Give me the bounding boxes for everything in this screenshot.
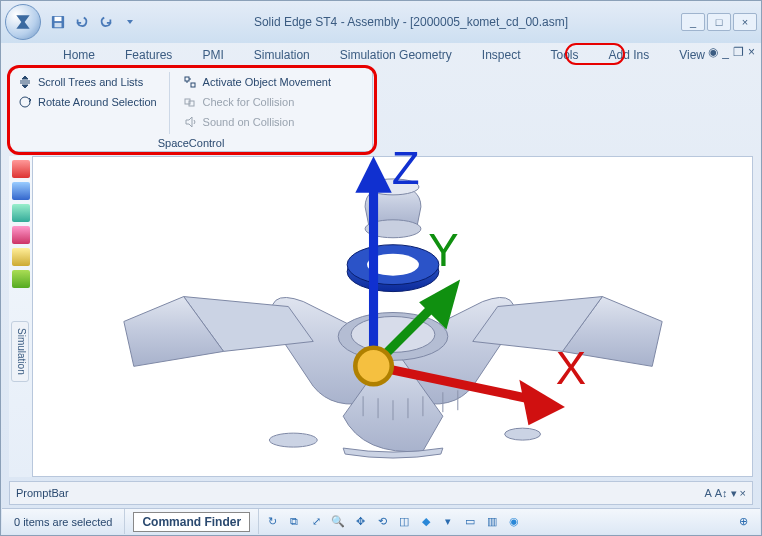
font-format-icon[interactable]: A [704,487,711,500]
simulation-panel-tab[interactable]: Simulation [11,321,29,382]
look-at-icon[interactable]: ◫ [395,513,413,531]
zoom-icon[interactable]: 🔍 [329,513,347,531]
scroll-trees-button[interactable]: Scroll Trees and Lists [16,72,159,92]
maximize-button[interactable]: □ [707,13,731,31]
axis-triad: Z X Y [92,129,762,448]
mdi-minimize-icon[interactable]: _ [722,45,729,59]
tabs-right-controls: ◉ _ ❐ × [708,45,755,59]
rotate-view-icon[interactable]: ⟲ [373,513,391,531]
app-menu-button[interactable] [5,4,41,40]
tab-add-ins[interactable]: Add Ins [603,45,656,65]
undo-button[interactable] [71,11,93,33]
check-collision-label: Check for Collision [203,96,295,108]
main-area: Simulation [9,156,753,477]
font-size-icon[interactable]: A↕ [715,487,728,500]
app-window: Solid Edge ST4 - Assembly - [2000005_kom… [0,0,762,536]
zoom-slider-icon[interactable]: ⊕ [734,513,752,531]
svg-rect-4 [185,77,189,81]
tool-4[interactable] [12,226,30,244]
axis-y-label: Y [428,225,458,276]
refresh-icon[interactable]: ↻ [263,513,281,531]
tool-5[interactable] [12,248,30,266]
prompt-bar: PromptBar A A↕ ▾ × [9,481,753,505]
check-collision-button: Check for Collision [181,92,333,112]
ribbon-separator [169,72,170,134]
status-view-controls: ↻ ⧉ ⤢ 🔍 ✥ ⟲ ◫ ◆ ▾ ▭ ▥ ◉ [263,513,523,531]
minimize-button[interactable]: _ [681,13,705,31]
left-toolbar: Simulation [9,156,33,477]
status-bar: 0 items are selected Command Finder ↻ ⧉ … [2,508,760,534]
tool-1[interactable] [12,160,30,178]
zoom-fit-icon[interactable]: ⤢ [307,513,325,531]
3d-viewport[interactable]: Z X Y [34,157,752,476]
scroll-icon [18,75,32,89]
svg-point-3 [20,97,30,107]
move-icon [183,75,197,89]
activate-object-button[interactable]: Activate Object Movement [181,72,333,92]
qat-dropdown[interactable] [119,11,141,33]
tool-3[interactable] [12,204,30,222]
titlebar: Solid Edge ST4 - Assembly - [2000005_kom… [1,1,761,43]
view-style-icon[interactable]: ◆ [417,513,435,531]
tool-2[interactable] [12,182,30,200]
svg-rect-1 [55,17,62,21]
close-button[interactable]: × [733,13,757,31]
quick-access-toolbar [47,11,141,33]
axis-x-label: X [556,343,586,394]
tab-pmi[interactable]: PMI [196,45,229,65]
tab-inspect[interactable]: Inspect [476,45,527,65]
tab-view[interactable]: View [673,45,711,65]
svg-rect-2 [55,23,62,27]
sound-collision-label: Sound on Collision [203,116,295,128]
tab-home[interactable]: Home [57,45,101,65]
help-icon[interactable]: ◉ [708,45,718,59]
tool-6[interactable] [12,270,30,288]
rotate-around-button[interactable]: Rotate Around Selection [16,92,159,112]
sound-icon [183,115,197,129]
axis-z-label: Z [392,143,420,194]
tab-simulation[interactable]: Simulation [248,45,316,65]
rotate-icon [18,95,32,109]
svg-rect-5 [191,83,195,87]
promptbar-controls: A A↕ ▾ × [704,487,746,500]
tab-tools[interactable]: Tools [545,45,585,65]
mdi-restore-icon[interactable]: ❐ [733,45,744,59]
redo-button[interactable] [95,11,117,33]
named-views-icon[interactable]: ▥ [483,513,501,531]
promptbar-label: PromptBar [16,487,69,499]
save-button[interactable] [47,11,69,33]
svg-point-27 [355,348,391,384]
scroll-trees-label: Scroll Trees and Lists [38,76,143,88]
activate-object-label: Activate Object Movement [203,76,331,88]
pan-icon[interactable]: ✥ [351,513,369,531]
window-title: Solid Edge ST4 - Assembly - [2000005_kom… [141,15,681,29]
rotate-around-label: Rotate Around Selection [38,96,157,108]
shadow-icon[interactable]: ◉ [505,513,523,531]
mdi-close-icon[interactable]: × [748,45,755,59]
zoom-area-icon[interactable]: ⧉ [285,513,303,531]
tab-features[interactable]: Features [119,45,178,65]
collision-icon [183,95,197,109]
promptbar-dropdown-icon[interactable]: ▾ [731,487,737,500]
promptbar-close-icon[interactable]: × [740,487,746,500]
view-dropdown-icon[interactable]: ▾ [439,513,457,531]
ribbon-tabs: Home Features PMI Simulation Simulation … [1,43,761,67]
sketch-view-icon[interactable]: ▭ [461,513,479,531]
window-controls: _ □ × [681,13,757,31]
selection-status: 0 items are selected [2,509,125,534]
tab-simulation-geometry[interactable]: Simulation Geometry [334,45,458,65]
command-finder-input[interactable]: Command Finder [133,512,250,532]
